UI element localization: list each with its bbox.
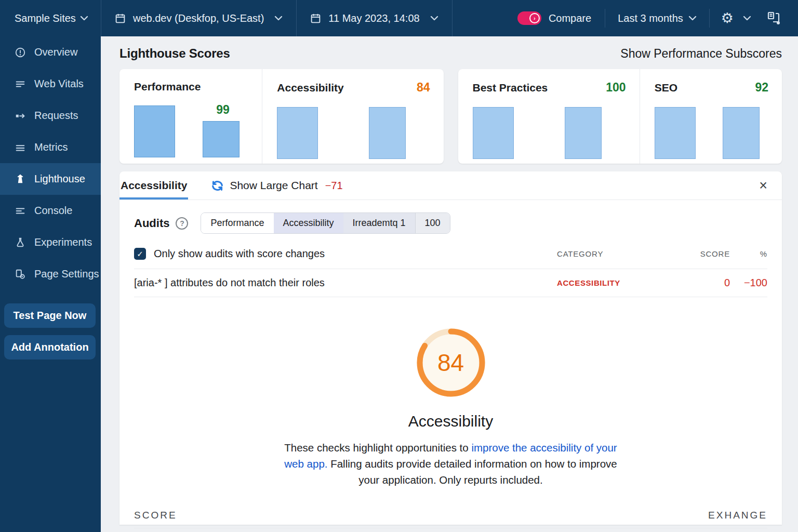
compare-toggle[interactable]: › [517,11,541,25]
calendar-icon [115,13,126,24]
bar [277,107,318,159]
date-range-label: Last 3 months [618,12,683,24]
audit-title: [aria-* ] attributes do not match their … [134,277,325,289]
bar [655,107,696,159]
date-select-label: 11 May 2023, 14:08 [328,12,419,24]
test-device-icon[interactable] [759,0,798,36]
bar [203,121,240,157]
card-score: 84 [417,81,430,95]
best-practices-score-card[interactable]: Best Practices 100 [458,69,640,164]
sidebar-item-overview[interactable]: Overview [0,36,101,68]
toggle-knob: › [529,13,540,23]
sidebar-item-page-settings[interactable]: Page Settings [0,258,101,290]
chevron-down-icon [743,16,751,21]
sidebar-item-label: Experiments [34,236,92,248]
card-score: 92 [755,81,768,95]
add-annotation-button[interactable]: Add Annotation [4,335,96,360]
request-arrow-icon [14,110,26,122]
gauge-label: Accessibility [134,413,767,430]
mini-bar-chart [473,107,626,159]
checkbox-label: Only show audits with score changes [154,248,325,260]
show-performance-subscores-link[interactable]: Show Performance Subscores [620,47,782,61]
score-delta: −71 [325,180,343,192]
sidebar-item-metrics[interactable]: Metrics [0,131,101,163]
mini-bar-chart [655,107,768,159]
show-large-chart-button[interactable]: Show Large Chart [211,179,317,192]
sidebar-item-web-vitals[interactable]: Web Vitals [0,68,101,100]
card-title: Performance [134,81,201,93]
accessibility-detail-panel: Accessibility Show Large Chart −71 × Aud… [119,171,782,525]
topbar: Sample Sites web.dev (Deskfop, US-East) … [0,0,798,36]
accessibility-score-card[interactable]: Accessibility 84 [262,69,443,164]
sidebar-item-requests[interactable]: Requests [0,100,101,131]
description-text: These checks highlight opportunities to [284,442,471,454]
compare-toggle-group: › Compare [504,0,605,36]
panel-body: Audits ? Performance Accessibility Irrea… [119,200,782,528]
chevron-down-icon [688,16,697,21]
calendar-icon [310,13,321,24]
audits-label: Audits [134,217,169,230]
audit-category: ACCESSIBILITY [557,278,681,287]
description-text: Falling audits provide detailed informat… [327,458,617,486]
app-window: Sample Sites web.dev (Deskfop, US-East) … [0,0,798,532]
help-icon[interactable]: ? [176,217,188,230]
category-column-header: CATEGORY [557,249,681,258]
score-cards-row: Performance 99 Accessibility 84 [119,69,782,164]
page-header: Lighthouse Scores Show Performance Subsc… [119,36,782,69]
audits-controls: Audits ? Performance Accessibility Irrea… [134,212,767,234]
performance-score-card[interactable]: Performance 99 [119,69,262,164]
console-icon [14,205,26,217]
gauge-section: 84 Accessibility These checks highlight … [134,326,767,488]
card-title: SEO [655,82,677,94]
chevron-down-icon [80,16,88,21]
list-icon [14,78,26,90]
tab-row: Accessibility Show Large Chart −71 × [119,171,782,200]
accessibility-gauge: 84 [415,326,487,399]
bar [565,107,602,159]
gear-icon: ⚙ [721,11,734,25]
segment-100[interactable]: 100 [415,213,450,233]
lines-icon [14,142,26,153]
tab-accessibility[interactable]: Accessibility [119,171,188,200]
card-score: 99 [216,103,230,117]
info-icon [14,47,26,58]
footer-exhange-header: EXHANGE [708,510,767,521]
gauge-description: These checks highlight opportunities to … [278,440,623,488]
sidebar-item-label: Requests [34,110,78,122]
date-range-select[interactable]: Last 3 months [605,0,709,36]
check-icon: ✓ [137,249,143,259]
page-select[interactable]: web.dev (Deskfop, US-East) [101,0,296,36]
sidebar-item-experiments[interactable]: Experiments [0,227,101,258]
site-group-label: Sample Sites [15,12,76,24]
date-select[interactable]: 11 May 2023, 14:08 [297,0,451,36]
bar [473,107,514,159]
segment-irreademtq[interactable]: Irreademtq 1 [343,213,415,233]
card-group-right: Best Practices 100 SEO 92 [458,69,782,164]
filter-row: ✓ Only show audits with score changes CA… [134,248,767,269]
sidebar: Overview Web Vitals Requests Metrics Lig… [0,36,101,532]
audit-table-row[interactable]: [aria-* ] attributes do not match their … [134,269,767,297]
test-page-now-button[interactable]: Test Page Now [4,303,96,328]
sidebar-item-label: Page Settings [34,268,99,280]
segment-accessibility[interactable]: Accessibility [274,213,343,233]
percent-column-header: % [730,249,767,258]
show-large-chart-label: Show Large Chart [230,179,317,192]
score-changes-checkbox[interactable]: ✓ [134,248,146,260]
settings-menu[interactable]: ⚙ [710,0,759,36]
sidebar-item-label: Web Vitals [34,78,84,90]
gauge-value: 84 [415,326,487,399]
sync-icon [211,179,224,192]
card-score: 100 [606,81,626,95]
card-title: Best Practices [473,82,548,94]
audit-percent: −100 [730,277,767,289]
site-group-select[interactable]: Sample Sites [0,0,101,36]
panel-footer-headers: SCORE EXHANGE [134,510,767,528]
sidebar-item-lighthouse[interactable]: Lighthouse [0,163,101,195]
close-icon[interactable]: × [759,179,767,193]
sidebar-item-console[interactable]: Console [0,195,101,227]
lighthouse-icon [14,174,26,185]
sidebar-item-label: Overview [34,46,77,58]
segment-performance[interactable]: Performance [201,213,273,233]
seo-score-card[interactable]: SEO 92 [640,69,782,164]
sidebar-item-label: Lighthouse [34,173,85,185]
